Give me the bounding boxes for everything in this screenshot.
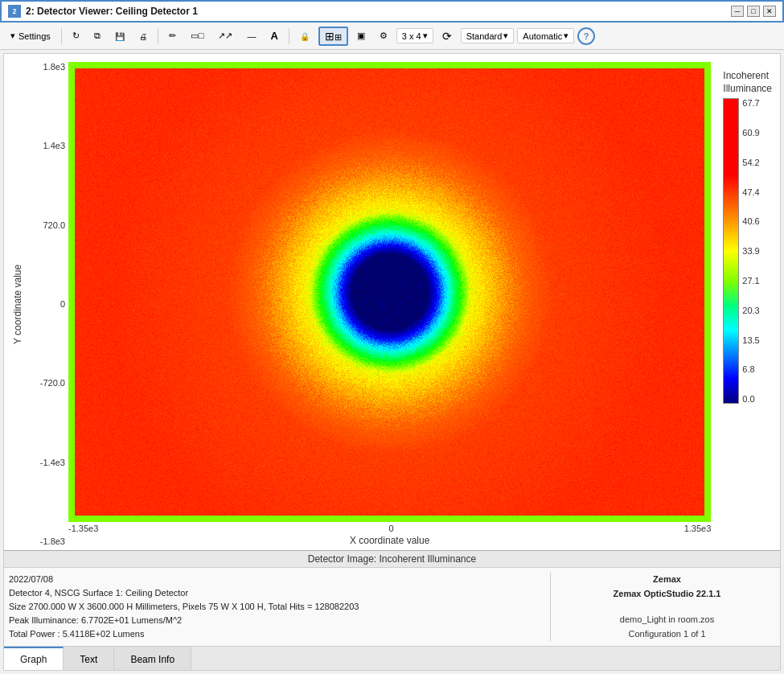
cb-tick-0: 67.7	[742, 98, 759, 108]
minimize-button[interactable]: ─	[731, 6, 744, 17]
standard-chevron-icon: ▾	[503, 31, 508, 41]
separator-1	[61, 28, 62, 44]
arrow-button[interactable]: ↗	[212, 28, 238, 43]
export-icon: ▣	[357, 31, 365, 41]
y-tick-6: -1.8e3	[40, 536, 65, 546]
copy-icon	[94, 31, 101, 41]
tab-text[interactable]: Text	[64, 647, 114, 670]
cb-tick-8: 13.5	[742, 335, 759, 345]
window-title: 2: Detector Viewer: Ceiling Detector 1	[26, 6, 198, 17]
print-button[interactable]	[133, 29, 153, 43]
grid-active-button[interactable]: ⊞	[318, 27, 348, 46]
grid-icon: ⊞	[325, 30, 342, 43]
line-button[interactable]: —	[241, 29, 261, 43]
automatic-dropdown[interactable]: Automatic ▾	[517, 28, 574, 43]
cb-tick-2: 54.2	[742, 158, 759, 167]
chevron-down-icon: ▾	[423, 31, 428, 41]
y-tick-0: 1.8e3	[43, 62, 65, 72]
info-left-text: 2022/07/08 Detector 4, NSCG Surface 1: C…	[9, 573, 542, 641]
layers-button[interactable]: ⚙	[374, 28, 393, 43]
info-right-top: Zemax Zemax OpticStudio 22.1.1	[559, 573, 775, 601]
refresh-icon	[72, 31, 80, 41]
bottom-tabs: Graph Text Beam Info	[4, 646, 780, 670]
colorbar-ticks: 67.7 60.9 54.2 47.4 40.6 33.9 27.1 20.3 …	[742, 98, 759, 404]
cb-tick-6: 27.1	[742, 276, 759, 286]
title-bar-buttons: ─ □ ✕	[731, 6, 776, 17]
reset-icon: ⟳	[442, 30, 452, 43]
file-info: demo_Light in room.zos Configuration 1 o…	[559, 613, 775, 641]
info-left: 2022/07/08 Detector 4, NSCG Surface 1: C…	[9, 573, 542, 641]
x-ticks: -1.35e3 0 1.35e3	[68, 522, 711, 533]
colorbar-container: 67.7 60.9 54.2 47.4 40.6 33.9 27.1 20.3 …	[723, 98, 772, 404]
separator-2	[158, 28, 158, 44]
arrow-icon: ↗	[218, 31, 232, 41]
colorbar-title: IncoherentIlluminance	[723, 70, 772, 95]
y-ticks: 1.8e3 1.4e3 720.0 0 -720.0 -1.4e3 -1.8e3	[27, 62, 68, 546]
cb-tick-9: 6.8	[742, 364, 759, 374]
chart-left: 1.8e3 1.4e3 720.0 0 -720.0 -1.4e3 -1.8e3…	[27, 62, 772, 546]
save-button[interactable]	[109, 29, 130, 43]
colorbar-area: IncoherentIlluminance 67.7 60.9 54.2 47.…	[723, 62, 772, 546]
cb-tick-1: 60.9	[742, 128, 759, 138]
settings-button[interactable]: ▾ Settings	[5, 28, 56, 43]
copy-button[interactable]	[88, 28, 106, 43]
tab-beaminfo[interactable]: Beam Info	[114, 647, 191, 670]
lock-button[interactable]	[294, 29, 315, 43]
lock-icon	[300, 31, 310, 41]
rect-button[interactable]: □	[185, 28, 210, 43]
print-icon	[139, 31, 147, 41]
colorbar-gradient	[723, 98, 739, 404]
tab-beaminfo-label: Beam Info	[130, 654, 174, 665]
help-button[interactable]: ?	[577, 27, 595, 45]
chart-canvas	[68, 62, 711, 522]
cb-tick-7: 20.3	[742, 306, 759, 315]
info-header: Detector Image: Incoherent Illuminance	[4, 551, 780, 568]
automatic-label: Automatic	[523, 31, 562, 41]
chart-middle: -1.35e3 0 1.35e3 X coordinate value	[68, 62, 711, 546]
help-icon: ?	[584, 31, 589, 41]
cb-tick-3: 47.4	[742, 187, 759, 197]
info-body: 2022/07/08 Detector 4, NSCG Surface 1: C…	[4, 568, 780, 646]
standard-dropdown[interactable]: Standard ▾	[461, 28, 515, 43]
close-button[interactable]: ✕	[763, 6, 776, 17]
info-panel: Detector Image: Incoherent Illuminance 2…	[4, 550, 780, 646]
text-icon: A	[270, 30, 277, 42]
chevron-icon: ▾	[10, 31, 15, 41]
y-tick-1: 1.4e3	[43, 141, 65, 150]
detector-plot[interactable]	[68, 62, 711, 522]
rect-icon: □	[191, 31, 204, 41]
zemax-label: Zemax Zemax OpticStudio 22.1.1	[559, 573, 775, 601]
cb-tick-10: 0.0	[742, 394, 759, 404]
y-tick-3: 0	[60, 299, 65, 309]
toolbar: ▾ Settings □ ↗ — A ⊞ ▣ ⚙ 3 x 4 ▾	[0, 23, 784, 50]
chart-area: Y coordinate value 1.8e3 1.4e3 720.0 0 -…	[4, 54, 780, 550]
x-axis-label: X coordinate value	[68, 533, 711, 546]
export-button[interactable]: ▣	[351, 28, 371, 43]
tab-text-label: Text	[80, 654, 97, 665]
line-icon: —	[247, 31, 256, 41]
x-tick-0: -1.35e3	[68, 524, 98, 533]
automatic-chevron-icon: ▾	[564, 31, 569, 41]
pencil-icon	[169, 31, 176, 41]
title-bar: 2 2: Detector Viewer: Ceiling Detector 1…	[0, 0, 784, 23]
y-tick-4: -720.0	[40, 378, 65, 388]
info-right-bottom: demo_Light in room.zos Configuration 1 o…	[559, 613, 775, 641]
grid-size-label: 3 x 4	[402, 31, 421, 41]
title-bar-left: 2 2: Detector Viewer: Ceiling Detector 1	[8, 5, 198, 18]
tab-graph[interactable]: Graph	[4, 647, 64, 670]
text-button[interactable]: A	[265, 27, 283, 44]
pencil-button[interactable]	[163, 28, 182, 43]
x-tick-1: 0	[388, 524, 393, 533]
chart-with-axes: Y coordinate value 1.8e3 1.4e3 720.0 0 -…	[12, 62, 772, 546]
y-axis-label: Y coordinate value	[12, 62, 23, 546]
cb-tick-4: 40.6	[742, 216, 759, 226]
cb-tick-5: 33.9	[742, 246, 759, 256]
main-content: Y coordinate value 1.8e3 1.4e3 720.0 0 -…	[3, 53, 781, 671]
settings-label: Settings	[18, 31, 51, 41]
refresh-button[interactable]	[67, 28, 85, 43]
maximize-button[interactable]: □	[747, 6, 760, 17]
info-right: Zemax Zemax OpticStudio 22.1.1 demo_Ligh…	[550, 573, 775, 641]
window-icon: 2	[8, 5, 21, 18]
grid-size-dropdown[interactable]: 3 x 4 ▾	[396, 28, 433, 43]
reset-button[interactable]: ⟳	[437, 27, 458, 45]
